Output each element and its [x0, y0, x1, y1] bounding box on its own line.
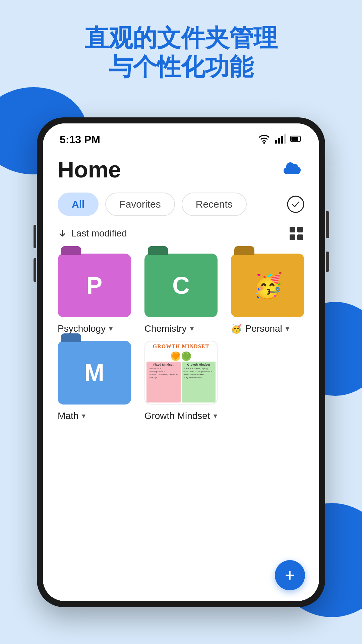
svg-rect-8: [290, 227, 295, 232]
tab-recents[interactable]: Recents: [182, 193, 247, 216]
hero-title-line1: 直观的文件夹管理: [13, 23, 349, 52]
phone-frame: 5:13 PM: [37, 117, 325, 607]
folder-name-personal: 🥳 Personal ▾: [231, 323, 289, 334]
gm-characters: 🧡 💚: [145, 350, 217, 362]
check-icon[interactable]: [287, 196, 304, 213]
gm-char-green: 💚: [182, 352, 191, 361]
vol-up-button: [34, 225, 36, 248]
svg-point-0: [263, 142, 265, 144]
gm-col-growth: Growth Mindset I'll learn and keep tryin…: [182, 362, 216, 402]
status-time: 5:13 PM: [60, 133, 100, 146]
wifi-icon: [258, 133, 270, 146]
gm-col-fixed: Fixed Mindset I cannot do it I'm not goo…: [146, 362, 181, 402]
svg-rect-1: [275, 140, 277, 144]
gm-char-orange: 🧡: [171, 352, 180, 361]
filter-row: All Favorites Recents: [58, 193, 304, 216]
folder-name-growth-mindset: Growth Mindset ▾: [144, 411, 217, 421]
folder-emoji-personal: 🥳: [231, 324, 242, 334]
chevron-personal: ▾: [286, 324, 289, 333]
phone-screen: 5:13 PM: [43, 123, 319, 601]
folder-label-chemistry: Chemistry: [144, 323, 187, 334]
fab-add-button[interactable]: +: [275, 560, 305, 590]
folder-label-psychology: Psychology: [58, 323, 106, 334]
chevron-chemistry: ▾: [190, 324, 194, 333]
folder-grid-row1: P Psychology ▾ C Chemistry ▾ 🥳: [58, 254, 304, 334]
svg-rect-3: [281, 136, 283, 144]
folder-name-psychology: Psychology ▾: [58, 323, 113, 334]
folder-icon-chemistry: C: [144, 254, 218, 317]
folder-thumbnail-growth-mindset: GROWTH MINDSET 🧡 💚 Fixed Mindset I canno…: [144, 341, 218, 405]
folder-icon-personal: 🥳: [231, 254, 304, 317]
battery-icon: [290, 133, 302, 146]
folder-item-personal[interactable]: 🥳 🥳 Personal ▾: [231, 254, 304, 334]
signal-icon: [274, 133, 286, 146]
folder-label-growth-mindset: Growth Mindset: [144, 411, 210, 421]
svg-rect-10: [290, 234, 295, 240]
hero-title: 直观的文件夹管理 与个性化功能: [0, 23, 362, 82]
cloud-button[interactable]: [280, 157, 304, 181]
folder-label-personal: Personal: [245, 323, 282, 334]
folder-name-math: Math ▾: [58, 411, 85, 421]
folder-name-chemistry: Chemistry ▾: [144, 323, 194, 334]
svg-rect-2: [278, 138, 280, 144]
sort-label[interactable]: Last modified: [58, 228, 127, 239]
svg-rect-9: [297, 227, 303, 232]
folder-grid-row2: M Math ▾ GROWTH MINDSET 🧡 💚: [58, 341, 304, 421]
gm-title: GROWTH MINDSET: [145, 341, 217, 350]
svg-point-7: [288, 196, 304, 212]
folder-item-chemistry[interactable]: C Chemistry ▾: [144, 254, 218, 334]
hero-title-line2: 与个性化功能: [13, 52, 349, 81]
chevron-math: ▾: [82, 412, 85, 420]
chevron-psychology: ▾: [109, 324, 113, 333]
folder-icon-psychology: P: [58, 254, 131, 317]
folder-item-growth-mindset[interactable]: GROWTH MINDSET 🧡 💚 Fixed Mindset I canno…: [144, 341, 218, 421]
folder-item-math[interactable]: M Math ▾: [58, 341, 131, 421]
folder-label-math: Math: [58, 411, 78, 421]
sort-row: Last modified: [58, 225, 304, 241]
svg-rect-4: [284, 134, 286, 144]
tab-all[interactable]: All: [58, 193, 99, 216]
grid-view-button[interactable]: [288, 225, 304, 241]
status-icons: [258, 133, 302, 146]
folder-item-psychology[interactable]: P Psychology ▾: [58, 254, 131, 334]
tab-favorites[interactable]: Favorites: [105, 193, 175, 216]
gm-body: Fixed Mindset I cannot do it I'm not goo…: [145, 362, 217, 404]
status-bar: 5:13 PM: [43, 123, 319, 150]
app-header: Home: [58, 156, 304, 182]
app-title: Home: [58, 156, 121, 182]
app-content: Home All Favorites Recents: [43, 150, 319, 601]
folder-icon-math: M: [58, 341, 131, 405]
svg-rect-6: [291, 137, 298, 141]
chevron-growth-mindset: ▾: [214, 412, 217, 420]
vol-down-button: [34, 258, 36, 282]
sort-label-text: Last modified: [71, 228, 127, 239]
svg-rect-11: [297, 234, 303, 240]
